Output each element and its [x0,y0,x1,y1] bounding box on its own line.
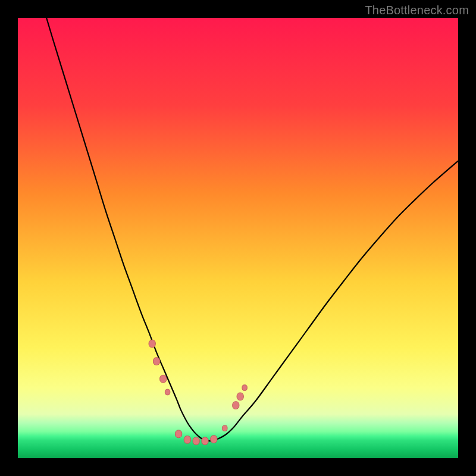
curve-marker [149,340,155,347]
curve-layer [18,18,458,458]
curve-marker [160,375,167,383]
plot-area [18,18,458,458]
curve-marker [237,393,243,400]
watermark-text: TheBottleneck.com [365,4,469,17]
stage: TheBottleneck.com [0,0,476,476]
curve-marker [242,385,247,391]
curve-marker [211,436,217,443]
curve-marker [223,425,227,431]
curve-marker [193,437,199,445]
curve-marker [202,437,208,445]
curve-marker [233,402,239,409]
bottleneck-curve [46,18,458,441]
curve-marker [176,430,182,438]
curve-marker [154,358,160,365]
curve-marker [184,436,190,444]
curve-marker [165,389,170,395]
